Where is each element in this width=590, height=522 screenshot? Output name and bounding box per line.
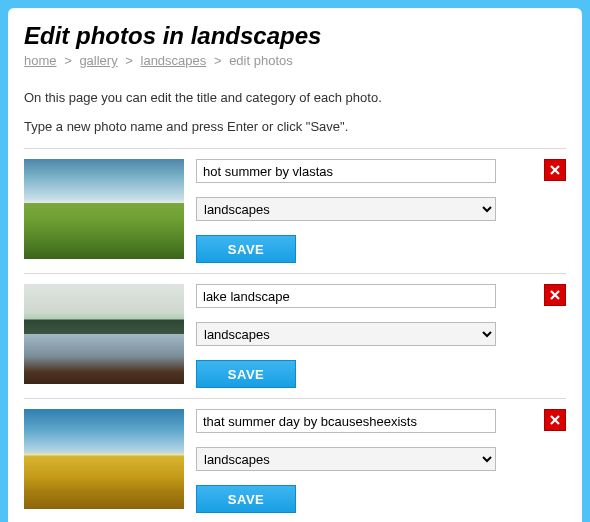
- delete-button[interactable]: [544, 284, 566, 306]
- breadcrumb-separator: >: [214, 53, 222, 68]
- save-button[interactable]: SAVE: [196, 485, 296, 513]
- close-icon: [549, 289, 561, 301]
- photo-row: landscapes SAVE: [24, 398, 566, 522]
- photo-thumbnail: [24, 284, 184, 384]
- close-icon: [549, 164, 561, 176]
- breadcrumb-landscapes[interactable]: landscapes: [141, 53, 207, 68]
- intro-line-1: On this page you can edit the title and …: [24, 90, 566, 105]
- photo-row: landscapes SAVE: [24, 273, 566, 398]
- delete-button[interactable]: [544, 409, 566, 431]
- save-button[interactable]: SAVE: [196, 235, 296, 263]
- page-container: Edit photos in landscapes home > gallery…: [8, 8, 582, 522]
- photo-controls: landscapes SAVE: [196, 409, 566, 513]
- photo-category-select[interactable]: landscapes: [196, 322, 496, 346]
- breadcrumb-separator: >: [125, 53, 133, 68]
- page-title: Edit photos in landscapes: [24, 22, 566, 50]
- breadcrumb-home[interactable]: home: [24, 53, 57, 68]
- photo-title-input[interactable]: [196, 159, 496, 183]
- breadcrumb-current: edit photos: [229, 53, 293, 68]
- photo-controls: landscapes SAVE: [196, 159, 566, 263]
- breadcrumb-gallery[interactable]: gallery: [79, 53, 117, 68]
- photo-title-input[interactable]: [196, 284, 496, 308]
- photo-category-select[interactable]: landscapes: [196, 197, 496, 221]
- photo-controls: landscapes SAVE: [196, 284, 566, 388]
- intro-line-2: Type a new photo name and press Enter or…: [24, 119, 566, 134]
- breadcrumb-separator: >: [64, 53, 72, 68]
- delete-button[interactable]: [544, 159, 566, 181]
- save-button[interactable]: SAVE: [196, 360, 296, 388]
- photo-thumbnail: [24, 409, 184, 509]
- breadcrumb: home > gallery > landscapes > edit photo…: [24, 53, 566, 68]
- photo-thumbnail: [24, 159, 184, 259]
- intro-text: On this page you can edit the title and …: [24, 90, 566, 134]
- photo-row: landscapes SAVE: [24, 148, 566, 273]
- photo-category-select[interactable]: landscapes: [196, 447, 496, 471]
- photo-title-input[interactable]: [196, 409, 496, 433]
- close-icon: [549, 414, 561, 426]
